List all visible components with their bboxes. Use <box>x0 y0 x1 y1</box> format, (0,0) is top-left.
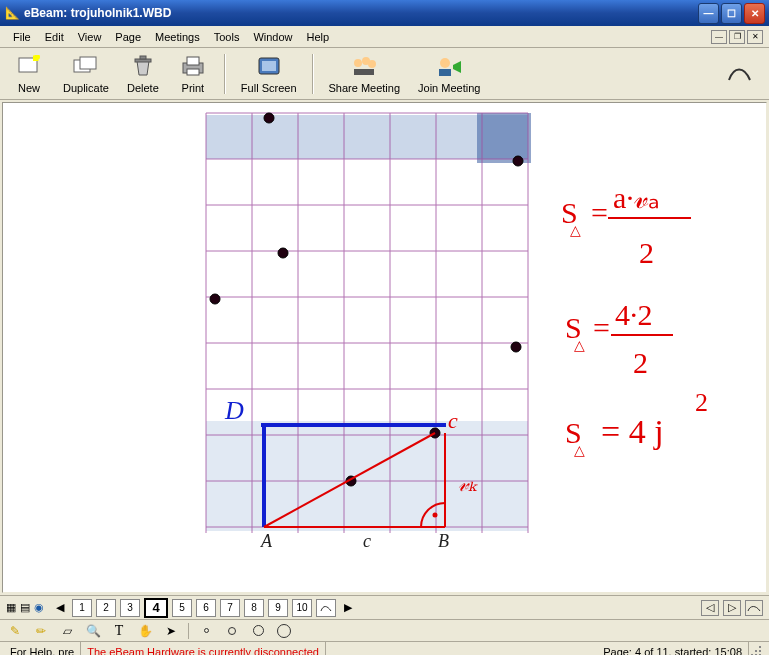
status-help: For Help, pre <box>4 642 81 655</box>
svg-rect-5 <box>140 56 146 59</box>
svg-rect-10 <box>262 61 276 71</box>
svg-point-11 <box>354 59 362 67</box>
canvas[interactable]: D c 𝓋ₖ A B c S△ = a·𝓋ₐ 2 S△ = 4·2 2 S△ =… <box>2 102 767 593</box>
delete-icon <box>127 53 159 81</box>
print-label: Print <box>182 82 205 94</box>
nav-last[interactable]: ▷ <box>723 600 741 616</box>
nav-first[interactable]: ◁ <box>701 600 719 616</box>
stroke-tool[interactable] <box>717 57 763 91</box>
page-3[interactable]: 3 <box>120 599 140 617</box>
svg-rect-3 <box>80 57 96 69</box>
size-xl[interactable] <box>275 622 293 640</box>
eraser-tool[interactable]: ▱ <box>58 622 76 640</box>
size-small[interactable] <box>197 622 215 640</box>
svg-text:c: c <box>363 531 371 551</box>
pointer-tool[interactable]: ➤ <box>162 622 180 640</box>
fullscreen-label: Full Screen <box>241 82 297 94</box>
app-icon: 📐 <box>4 5 20 21</box>
menu-edit[interactable]: Edit <box>38 29 71 45</box>
titlebar: 📐 eBeam: trojuholnik1.WBD — ☐ ✕ <box>0 0 769 26</box>
pen-yellow[interactable]: ✎ <box>6 622 24 640</box>
share-button[interactable]: Share Meeting <box>322 50 408 97</box>
toolbar: New Duplicate Delete Print Full Screen S… <box>0 48 769 100</box>
page-8[interactable]: 8 <box>244 599 264 617</box>
print-button[interactable]: Print <box>170 50 216 97</box>
page-7[interactable]: 7 <box>220 599 240 617</box>
svg-rect-8 <box>187 69 199 75</box>
page-5[interactable]: 5 <box>172 599 192 617</box>
menu-file[interactable]: File <box>6 29 38 45</box>
resize-grip[interactable] <box>749 644 765 656</box>
page-9[interactable]: 9 <box>268 599 288 617</box>
text-tool[interactable]: T <box>110 622 128 640</box>
new-button[interactable]: New <box>6 50 52 97</box>
svg-text:=: = <box>593 311 610 344</box>
size-large[interactable] <box>249 622 267 640</box>
window-title: eBeam: trojuholnik1.WBD <box>24 6 696 20</box>
magnify-tool[interactable]: 🔍 <box>84 622 102 640</box>
svg-point-42 <box>511 342 521 352</box>
nav-stroke[interactable] <box>745 600 763 616</box>
svg-rect-19 <box>206 421 528 531</box>
page-2[interactable]: 2 <box>96 599 116 617</box>
page-4[interactable]: 4 <box>144 598 168 618</box>
menu-help[interactable]: Help <box>300 29 337 45</box>
menu-view[interactable]: View <box>71 29 109 45</box>
svg-text:= 4 j: = 4 j <box>601 413 664 450</box>
new-icon <box>13 53 45 81</box>
menu-page[interactable]: Page <box>108 29 148 45</box>
toolbar-sep <box>224 54 226 94</box>
pen-tool[interactable]: ✏ <box>32 622 50 640</box>
maximize-button[interactable]: ☐ <box>721 3 742 24</box>
new-label: New <box>18 82 40 94</box>
menubar: File Edit View Page Meetings Tools Windo… <box>0 26 769 48</box>
svg-text:D: D <box>224 396 244 425</box>
svg-text:2: 2 <box>633 346 648 379</box>
globe-icon[interactable]: ◉ <box>34 601 44 614</box>
page-6[interactable]: 6 <box>196 599 216 617</box>
page-10[interactable]: 10 <box>292 599 312 617</box>
menu-tools[interactable]: Tools <box>207 29 247 45</box>
delete-button[interactable]: Delete <box>120 50 166 97</box>
duplicate-icon <box>70 53 102 81</box>
mdi-close-button[interactable]: ✕ <box>747 30 763 44</box>
minimize-button[interactable]: — <box>698 3 719 24</box>
svg-rect-74 <box>755 650 757 652</box>
status-warning: The eBeam Hardware is currently disconne… <box>81 642 326 655</box>
hand-tool[interactable]: ✋ <box>136 622 154 640</box>
status-page: Page: 4 of 11, started: 15:08 <box>597 642 749 655</box>
menu-window[interactable]: Window <box>246 29 299 45</box>
svg-text:2: 2 <box>695 388 708 417</box>
nav-next[interactable]: ▶ <box>340 600 356 616</box>
svg-text:B: B <box>438 531 449 551</box>
menu-meetings[interactable]: Meetings <box>148 29 207 45</box>
mdi-minimize-button[interactable]: — <box>711 30 727 44</box>
statusbar: For Help, pre The eBeam Hardware is curr… <box>0 641 769 655</box>
page-blank[interactable] <box>316 599 336 617</box>
svg-point-15 <box>440 58 450 68</box>
page-1[interactable]: 1 <box>72 599 92 617</box>
join-icon <box>433 53 465 81</box>
delete-label: Delete <box>127 82 159 94</box>
svg-rect-73 <box>759 646 761 648</box>
duplicate-button[interactable]: Duplicate <box>56 50 116 97</box>
thumb-view-icon[interactable]: ▦ <box>6 601 16 614</box>
svg-text:△: △ <box>574 338 585 353</box>
svg-text:△: △ <box>574 443 585 458</box>
svg-rect-18 <box>477 113 531 163</box>
size-med[interactable] <box>223 622 241 640</box>
svg-text:A: A <box>260 531 273 551</box>
grid-view-icon[interactable]: ▤ <box>20 601 30 614</box>
svg-text:c: c <box>448 408 458 433</box>
whiteboard-content: D c 𝓋ₖ A B c S△ = a·𝓋ₐ 2 S△ = 4·2 2 S△ =… <box>3 103 766 593</box>
svg-point-41 <box>210 294 220 304</box>
fullscreen-button[interactable]: Full Screen <box>234 50 304 97</box>
svg-point-38 <box>264 113 274 123</box>
join-button[interactable]: Join Meeting <box>411 50 487 97</box>
svg-point-13 <box>368 60 376 68</box>
svg-point-39 <box>513 156 523 166</box>
svg-text:𝓋ₖ: 𝓋ₖ <box>458 471 478 496</box>
close-button[interactable]: ✕ <box>744 3 765 24</box>
mdi-restore-button[interactable]: ❐ <box>729 30 745 44</box>
nav-prev[interactable]: ◀ <box>52 600 68 616</box>
